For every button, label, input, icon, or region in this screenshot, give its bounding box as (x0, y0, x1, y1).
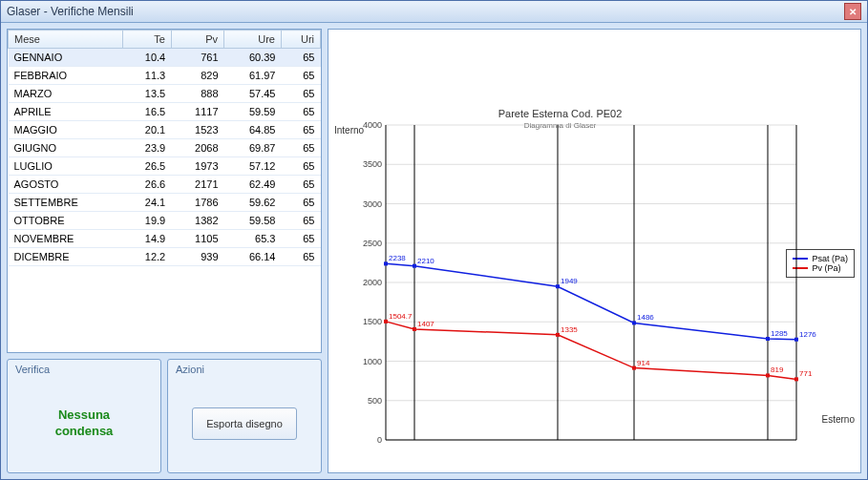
chart-data-label: 1486 (637, 313, 654, 322)
cell-pv: 1786 (171, 194, 223, 212)
cell-pv: 1105 (171, 230, 223, 248)
close-icon[interactable]: ✕ (844, 3, 861, 20)
y-tick-label: 3000 (353, 199, 382, 209)
chart-panel: Parete Esterna Cod. PE02 Diagramma di Gl… (328, 29, 861, 473)
cell-pv: 1973 (171, 157, 223, 176)
table-row[interactable]: SETTEMBRE24.1178659.6265 (9, 194, 321, 212)
legend-pv: Pv (Pa) (793, 263, 848, 273)
col-ure[interactable]: Ure (224, 31, 282, 49)
cell-mese: GIUGNO (9, 139, 123, 157)
cell-uri: 65 (281, 121, 320, 139)
cell-mese: MAGGIO (9, 121, 123, 139)
table-row[interactable]: NOVEMBRE14.9110565.365 (9, 230, 321, 248)
chart-title: Parete Esterna Cod. PE02 (328, 108, 792, 119)
y-tick-label: 4000 (353, 120, 382, 130)
chart-data-label: 1335 (561, 325, 578, 334)
table-row[interactable]: MAGGIO20.1152364.8565 (9, 121, 321, 139)
cell-te: 20.1 (123, 121, 172, 139)
svg-rect-18 (556, 284, 560, 288)
cell-te: 11.3 (123, 67, 172, 85)
cell-pv: 939 (171, 248, 223, 266)
cell-mese: OTTOBRE (9, 212, 123, 230)
esporta-disegno-button[interactable]: Esporta disegno (192, 407, 297, 440)
legend-pv-label: Pv (Pa) (812, 263, 840, 273)
cell-ure: 64.85 (224, 121, 282, 139)
cell-mese: GENNAIO (9, 49, 123, 67)
chart-data-label: 819 (771, 365, 783, 374)
cell-te: 26.6 (123, 176, 172, 194)
chart-data-label: 1504.7 (389, 312, 412, 321)
table-row[interactable]: AGOSTO26.6217162.4965 (9, 176, 321, 194)
content: Mese Te Pv Ure Uri GENNAIO10.476160.3965… (1, 23, 867, 479)
cell-ure: 65.3 (224, 230, 282, 248)
svg-rect-27 (794, 377, 798, 381)
cell-ure: 66.14 (224, 248, 282, 266)
svg-rect-21 (794, 338, 798, 342)
cell-pv: 2171 (171, 176, 223, 194)
table-row[interactable]: APRILE16.5111759.5965 (9, 103, 321, 121)
y-tick-label: 0 (353, 435, 382, 445)
y-tick-label: 2000 (353, 278, 382, 287)
left-pane: Mese Te Pv Ure Uri GENNAIO10.476160.3965… (7, 29, 322, 473)
svg-rect-16 (384, 261, 388, 265)
col-uri[interactable]: Uri (281, 31, 320, 49)
chart-data-label: 914 (637, 359, 649, 367)
table-row[interactable]: LUGLIO26.5197357.1265 (9, 157, 321, 176)
chart-svg (386, 125, 796, 440)
legend-psat-label: Psat (Pa) (812, 254, 848, 263)
cell-te: 24.1 (123, 194, 172, 212)
chart-data-label: 1285 (771, 329, 788, 338)
panel-verifica: Verifica Nessuna condensa (7, 359, 161, 473)
cell-mese: FEBBRAIO (9, 67, 123, 85)
col-pv[interactable]: Pv (171, 31, 223, 49)
table-row[interactable]: MARZO13.588857.4565 (9, 85, 321, 103)
titlebar: Glaser - Verifiche Mensili ✕ (1, 1, 867, 23)
y-tick-label: 2500 (353, 239, 382, 248)
cell-mese: NOVEMBRE (9, 230, 123, 248)
panel-azioni-body: Esporta disegno (176, 379, 313, 469)
panel-verifica-body: Nessuna condensa (15, 379, 153, 469)
table-row[interactable]: GENNAIO10.476160.3965 (9, 49, 321, 67)
window-title: Glaser - Verifiche Mensili (7, 5, 844, 18)
cell-ure: 59.59 (224, 103, 282, 121)
table-row[interactable]: DICEMBRE12.293966.1465 (9, 248, 321, 266)
cell-te: 12.2 (123, 248, 172, 266)
cell-pv: 1382 (171, 212, 223, 230)
cell-te: 26.5 (123, 157, 172, 176)
legend-psat: Psat (Pa) (793, 254, 848, 263)
cell-mese: AGOSTO (9, 176, 123, 194)
cell-te: 16.5 (123, 103, 172, 121)
verifica-line2: condensa (55, 424, 114, 438)
table-row[interactable]: GIUGNO23.9206869.8765 (9, 139, 321, 157)
cell-mese: DICEMBRE (9, 248, 123, 266)
window-root: Glaser - Verifiche Mensili ✕ Mese Te Pv … (0, 0, 868, 480)
cell-ure: 59.62 (224, 194, 282, 212)
y-tick-label: 1500 (353, 317, 382, 326)
panel-azioni: Azioni Esporta disegno (167, 359, 322, 473)
chart-data-label: 1276 (799, 330, 816, 339)
cell-uri: 65 (281, 212, 320, 230)
cell-pv: 1523 (171, 121, 223, 139)
cell-mese: MARZO (9, 85, 123, 103)
cell-uri: 65 (281, 85, 320, 103)
chart-data-label: 2238 (389, 254, 406, 262)
svg-rect-23 (413, 327, 416, 331)
col-mese[interactable]: Mese (9, 31, 123, 49)
svg-rect-17 (413, 264, 416, 268)
cell-uri: 65 (281, 194, 320, 212)
verifica-line1: Nessuna (58, 407, 110, 422)
cell-te: 13.5 (123, 85, 172, 103)
cell-te: 23.9 (123, 139, 172, 157)
cell-ure: 59.58 (224, 212, 282, 230)
y-tick-label: 3500 (353, 159, 382, 169)
table-row[interactable]: OTTOBRE19.9138259.5865 (9, 212, 321, 230)
cell-uri: 65 (281, 176, 320, 194)
table-row[interactable]: FEBBRAIO11.382961.9765 (9, 67, 321, 85)
col-te[interactable]: Te (123, 31, 172, 49)
panel-azioni-title: Azioni (176, 364, 313, 375)
cell-mese: APRILE (9, 103, 123, 121)
cell-ure: 69.87 (224, 139, 282, 157)
cell-mese: LUGLIO (9, 157, 123, 176)
svg-rect-24 (556, 333, 560, 337)
cell-pv: 829 (171, 67, 223, 85)
